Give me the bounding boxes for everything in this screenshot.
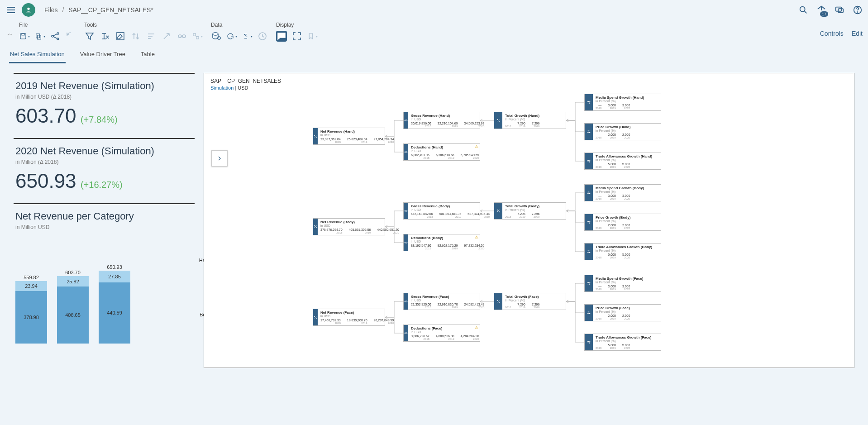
vdt-node[interactable]: ⚠Deductions (Face)in USD3,886,226.672018… xyxy=(403,325,480,342)
svg-point-59 xyxy=(499,211,500,212)
node-type-icon xyxy=(494,293,502,310)
svg-point-39 xyxy=(499,121,500,122)
breadcrumb-root[interactable]: Files xyxy=(44,6,58,14)
tab-table[interactable]: Table xyxy=(140,48,156,63)
tab-net-sales-simulation[interactable]: Net Sales Simulation xyxy=(9,48,66,63)
node-title: Gross Revenue (Hand) xyxy=(411,114,484,118)
node-unit: in USD xyxy=(320,224,399,227)
vdt-node[interactable]: Net Revenue (Body)in USD378,976,294.7020… xyxy=(313,218,385,235)
ribbon-group-display: Display ▾ xyxy=(276,22,326,42)
vdt-node[interactable]: Gross Revenue (Hand)in USD30,019,856.002… xyxy=(403,112,480,129)
vdt-node[interactable]: Total Growth (Face)in Percent (%) 20187.… xyxy=(494,293,566,310)
vdt-node[interactable]: ⚠Deductions (Hand)in USD6,082,493.962018… xyxy=(403,143,480,161)
vdt-node[interactable]: Price Growth (Hand)in Percent (%) 20182.… xyxy=(584,123,661,140)
node-values: 20185.00020195.0002020 xyxy=(596,344,658,349)
vdt-node[interactable]: Media Spend Growth (Face)in Percent (%)—… xyxy=(584,275,661,292)
node-unit: in USD xyxy=(320,134,394,137)
svg-point-34 xyxy=(405,120,406,121)
filter-icon[interactable] xyxy=(84,31,95,42)
node-type-icon xyxy=(404,203,408,219)
tree-expand-button[interactable] xyxy=(211,150,228,167)
vdt-node[interactable]: Media Spend Growth (Hand)in Percent (%)—… xyxy=(584,94,661,111)
vdt-node[interactable]: Price Growth (Body)in Percent (%) 20182.… xyxy=(584,214,661,231)
search-icon[interactable] xyxy=(798,5,808,15)
svg-point-62 xyxy=(588,192,589,193)
breadcrumb: Files / SAP__CP_GEN_NETSALES* xyxy=(44,6,153,14)
node-unit: in Percent (%) xyxy=(596,129,658,132)
node-values: 20182.00020192.0002020 xyxy=(596,133,658,139)
refresh-data-icon[interactable]: ▾ xyxy=(226,31,237,42)
menu-icon[interactable] xyxy=(5,5,16,15)
bar-2020[interactable]: 650.9327.85440.59 xyxy=(99,264,130,344)
formula-icon[interactable] xyxy=(100,31,110,42)
share-icon[interactable] xyxy=(50,31,61,42)
comments-icon[interactable] xyxy=(276,31,287,42)
node-type-icon xyxy=(404,325,408,341)
node-title: Trade Allowances Growth (Body) xyxy=(596,245,658,249)
help-icon[interactable] xyxy=(853,5,863,15)
vdt-node[interactable]: Gross Revenue (Face)in USD21,352,920.002… xyxy=(403,293,480,310)
vdt-node[interactable]: Price Growth (Face)in Percent (%) 20182.… xyxy=(584,304,661,321)
bar-2019[interactable]: 603.7025.82408.65 xyxy=(57,270,89,344)
vdt-node[interactable]: Net Revenue (Face)in USD17,466,792.33201… xyxy=(313,309,385,326)
kpi-2019-title: 2019 Net Revenue (Simulation) xyxy=(15,80,193,92)
vdt-node[interactable]: ⚠Deductions (Body)in USD88,192,547.90201… xyxy=(403,234,480,251)
vdt-node[interactable]: Trade Allowances Growth (Hand)in Percent… xyxy=(584,153,661,170)
svg-point-74 xyxy=(405,301,406,302)
chat-icon[interactable] xyxy=(835,5,844,15)
fullscreen-icon[interactable] xyxy=(291,31,302,42)
top-bar: Files / SAP__CP_GEN_NETSALES* 17 xyxy=(0,0,868,20)
notifications-icon[interactable]: 17 xyxy=(816,5,826,15)
edit-icon[interactable] xyxy=(115,31,126,42)
kpi-2019: 2019 Net Revenue (Simulation) in Million… xyxy=(14,73,195,138)
node-type-icon xyxy=(404,293,408,310)
vdt-node[interactable]: Trade Allowances Growth (Body)in Percent… xyxy=(584,243,661,260)
vdt-node[interactable]: Media Spend Growth (Body)in Percent (%)—… xyxy=(584,184,661,201)
bar-2018[interactable]: 559.8223.94378.98 xyxy=(15,275,47,344)
edit-prompts-icon[interactable]: ▾ xyxy=(242,31,253,42)
node-values: 20182.00020192.0002020 xyxy=(596,224,658,229)
bar-total: 603.70 xyxy=(65,270,81,275)
bar-seg-hand: 25.82 xyxy=(57,276,89,287)
vdt-node[interactable]: Gross Revenue (Body)in USD467,168,842.60… xyxy=(403,202,480,220)
vdt-node[interactable]: Trade Allowances Growth (Face)in Percent… xyxy=(584,334,661,351)
tab-value-driver-tree[interactable]: Value Driver Tree xyxy=(79,48,126,63)
node-title: Price Growth (Face) xyxy=(596,306,658,310)
node-type-icon xyxy=(585,94,593,110)
vdt-sub: Simulation | USD xyxy=(210,85,848,91)
svg-point-14 xyxy=(52,35,53,37)
node-unit: in Percent (%) xyxy=(596,339,658,343)
node-unit: in Percent (%) xyxy=(596,190,658,193)
node-values: —20183.00020193.0002020 xyxy=(596,104,658,110)
tabs: Net Sales Simulation Value Driver Tree T… xyxy=(0,45,868,64)
svg-point-90 xyxy=(588,341,589,342)
node-values: 20185.00020195.0002020 xyxy=(596,253,658,259)
node-type-icon xyxy=(313,219,318,235)
avatar[interactable] xyxy=(22,3,35,17)
chart-title: Net Revenue per Category xyxy=(15,210,193,222)
save-icon[interactable]: ▾ xyxy=(19,31,30,42)
svg-point-52 xyxy=(314,225,315,226)
node-unit: in Percent (%) xyxy=(596,281,658,284)
svg-point-57 xyxy=(406,242,407,244)
vdt-simulation-link[interactable]: Simulation xyxy=(210,85,234,91)
copy-icon[interactable]: ▾ xyxy=(34,31,45,42)
svg-point-83 xyxy=(589,284,590,285)
node-unit: in Percent (%) xyxy=(505,299,563,302)
node-type-icon xyxy=(313,309,318,325)
node-title: Total Growth (Face) xyxy=(505,295,563,299)
node-unit: in Percent (%) xyxy=(596,100,658,103)
vdt-node[interactable]: Total Growth (Hand)in Percent (%) 20187.… xyxy=(494,112,566,129)
svg-point-51 xyxy=(589,162,590,162)
node-title: Media Spend Growth (Hand) xyxy=(596,96,658,100)
ribbon-label-display: Display xyxy=(276,22,318,28)
vdt-node[interactable]: Net Revenue (Hand)in USD23,937,362.04201… xyxy=(313,128,385,145)
edit-link[interactable]: Edit xyxy=(852,30,863,37)
svg-point-38 xyxy=(497,119,498,120)
chart-block: Net Revenue per Category in Million USD … xyxy=(14,203,195,368)
controls-link[interactable]: Controls xyxy=(820,30,844,37)
svg-rect-13 xyxy=(38,35,41,39)
data-source-icon[interactable] xyxy=(211,31,222,42)
vdt-node[interactable]: Total Growth (Body)in Percent (%) 20187.… xyxy=(494,202,566,220)
collapse-ribbon-icon[interactable]: ︿ xyxy=(5,22,14,38)
